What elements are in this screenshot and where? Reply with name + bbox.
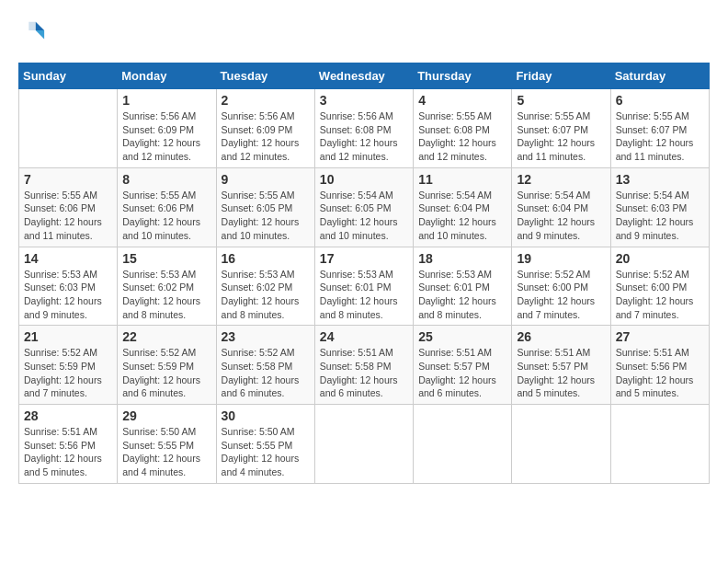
day-info: Sunrise: 5:52 AM Sunset: 5:59 PM Dayligh… xyxy=(24,346,112,400)
day-info: Sunrise: 5:51 AM Sunset: 5:58 PM Dayligh… xyxy=(320,346,408,400)
day-info: Sunrise: 5:52 AM Sunset: 5:59 PM Dayligh… xyxy=(122,346,210,400)
day-number: 21 xyxy=(24,329,112,344)
day-info: Sunrise: 5:51 AM Sunset: 5:57 PM Dayligh… xyxy=(517,346,605,400)
calendar-cell: 29Sunrise: 5:50 AM Sunset: 5:55 PM Dayli… xyxy=(118,405,216,484)
day-number: 29 xyxy=(122,408,210,423)
day-info: Sunrise: 5:51 AM Sunset: 5:56 PM Dayligh… xyxy=(616,346,704,400)
calendar-cell: 20Sunrise: 5:52 AM Sunset: 6:00 PM Dayli… xyxy=(610,247,709,326)
day-number: 5 xyxy=(517,93,605,108)
day-info: Sunrise: 5:55 AM Sunset: 6:08 PM Dayligh… xyxy=(418,109,506,164)
day-info: Sunrise: 5:51 AM Sunset: 5:56 PM Dayligh… xyxy=(24,425,112,479)
calendar-cell: 10Sunrise: 5:54 AM Sunset: 6:05 PM Dayli… xyxy=(314,167,413,247)
svg-marker-1 xyxy=(36,30,44,39)
day-info: Sunrise: 5:53 AM Sunset: 6:01 PM Dayligh… xyxy=(320,268,408,322)
calendar-cell: 25Sunrise: 5:51 AM Sunset: 5:57 PM Dayli… xyxy=(414,326,512,405)
day-info: Sunrise: 5:55 AM Sunset: 6:05 PM Dayligh… xyxy=(222,189,310,243)
day-number: 7 xyxy=(24,172,112,187)
calendar-cell: 22Sunrise: 5:52 AM Sunset: 5:59 PM Dayli… xyxy=(118,326,216,405)
day-info: Sunrise: 5:50 AM Sunset: 5:55 PM Dayligh… xyxy=(122,425,210,479)
day-info: Sunrise: 5:56 AM Sunset: 6:08 PM Dayligh… xyxy=(320,109,408,164)
calendar-cell: 24Sunrise: 5:51 AM Sunset: 5:58 PM Dayli… xyxy=(314,326,413,405)
calendar-cell: 11Sunrise: 5:54 AM Sunset: 6:04 PM Dayli… xyxy=(414,167,512,247)
calendar-cell: 30Sunrise: 5:50 AM Sunset: 5:55 PM Dayli… xyxy=(216,405,314,484)
weekday-header-monday: Monday xyxy=(118,63,216,89)
day-number: 23 xyxy=(222,329,310,344)
day-info: Sunrise: 5:53 AM Sunset: 6:02 PM Dayligh… xyxy=(222,268,310,322)
day-number: 6 xyxy=(616,93,704,108)
day-info: Sunrise: 5:55 AM Sunset: 6:06 PM Dayligh… xyxy=(122,189,210,243)
calendar-cell: 26Sunrise: 5:51 AM Sunset: 5:57 PM Dayli… xyxy=(512,326,610,405)
day-info: Sunrise: 5:53 AM Sunset: 6:03 PM Dayligh… xyxy=(24,268,112,322)
day-number: 28 xyxy=(24,408,112,423)
day-number: 9 xyxy=(222,172,310,187)
day-info: Sunrise: 5:55 AM Sunset: 6:06 PM Dayligh… xyxy=(24,189,112,243)
svg-marker-2 xyxy=(28,22,35,30)
day-number: 18 xyxy=(418,251,506,266)
calendar-cell xyxy=(414,405,512,484)
calendar-cell: 15Sunrise: 5:53 AM Sunset: 6:02 PM Dayli… xyxy=(118,247,216,326)
calendar-cell xyxy=(19,89,118,168)
day-number: 3 xyxy=(320,93,408,108)
day-number: 30 xyxy=(222,408,310,423)
week-row-1: 1Sunrise: 5:56 AM Sunset: 6:09 PM Daylig… xyxy=(19,89,710,168)
calendar-table: SundayMondayTuesdayWednesdayThursdayFrid… xyxy=(18,63,710,484)
day-number: 22 xyxy=(122,329,210,344)
calendar-cell: 17Sunrise: 5:53 AM Sunset: 6:01 PM Dayli… xyxy=(314,247,413,326)
day-number: 27 xyxy=(616,329,704,344)
day-info: Sunrise: 5:54 AM Sunset: 6:03 PM Dayligh… xyxy=(616,189,704,243)
weekday-header-saturday: Saturday xyxy=(610,63,709,89)
calendar-cell: 13Sunrise: 5:54 AM Sunset: 6:03 PM Dayli… xyxy=(610,167,709,247)
calendar-header-row: SundayMondayTuesdayWednesdayThursdayFrid… xyxy=(19,63,710,89)
day-number: 8 xyxy=(122,172,210,187)
day-info: Sunrise: 5:54 AM Sunset: 6:05 PM Dayligh… xyxy=(320,189,408,243)
day-number: 11 xyxy=(418,172,506,187)
day-number: 2 xyxy=(222,93,310,108)
day-number: 20 xyxy=(616,251,704,266)
weekday-header-thursday: Thursday xyxy=(414,63,512,89)
day-number: 25 xyxy=(418,329,506,344)
calendar-cell: 8Sunrise: 5:55 AM Sunset: 6:06 PM Daylig… xyxy=(118,167,216,247)
calendar-cell: 9Sunrise: 5:55 AM Sunset: 6:05 PM Daylig… xyxy=(216,167,314,247)
logo-icon xyxy=(20,18,46,44)
week-row-3: 14Sunrise: 5:53 AM Sunset: 6:03 PM Dayli… xyxy=(19,247,710,326)
weekday-header-tuesday: Tuesday xyxy=(216,63,314,89)
calendar-cell xyxy=(512,405,610,484)
calendar-cell: 16Sunrise: 5:53 AM Sunset: 6:02 PM Dayli… xyxy=(216,247,314,326)
calendar-cell: 7Sunrise: 5:55 AM Sunset: 6:06 PM Daylig… xyxy=(19,167,118,247)
calendar-cell: 3Sunrise: 5:56 AM Sunset: 6:08 PM Daylig… xyxy=(314,89,413,168)
calendar-cell: 2Sunrise: 5:56 AM Sunset: 6:09 PM Daylig… xyxy=(216,89,314,168)
day-info: Sunrise: 5:56 AM Sunset: 6:09 PM Dayligh… xyxy=(222,109,310,164)
page-header xyxy=(18,18,710,48)
calendar-cell: 23Sunrise: 5:52 AM Sunset: 5:58 PM Dayli… xyxy=(216,326,314,405)
calendar-cell: 1Sunrise: 5:56 AM Sunset: 6:09 PM Daylig… xyxy=(118,89,216,168)
day-number: 19 xyxy=(517,251,605,266)
day-number: 12 xyxy=(517,172,605,187)
week-row-5: 28Sunrise: 5:51 AM Sunset: 5:56 PM Dayli… xyxy=(19,405,710,484)
day-info: Sunrise: 5:53 AM Sunset: 6:02 PM Dayligh… xyxy=(122,268,210,322)
weekday-header-wednesday: Wednesday xyxy=(314,63,413,89)
day-number: 10 xyxy=(320,172,408,187)
day-number: 14 xyxy=(24,251,112,266)
calendar-cell: 27Sunrise: 5:51 AM Sunset: 5:56 PM Dayli… xyxy=(610,326,709,405)
weekday-header-friday: Friday xyxy=(512,63,610,89)
day-info: Sunrise: 5:55 AM Sunset: 6:07 PM Dayligh… xyxy=(517,109,605,164)
calendar-cell xyxy=(314,405,413,484)
day-number: 4 xyxy=(418,93,506,108)
calendar-cell: 21Sunrise: 5:52 AM Sunset: 5:59 PM Dayli… xyxy=(19,326,118,405)
calendar-cell: 18Sunrise: 5:53 AM Sunset: 6:01 PM Dayli… xyxy=(414,247,512,326)
day-number: 1 xyxy=(122,93,210,108)
day-info: Sunrise: 5:52 AM Sunset: 6:00 PM Dayligh… xyxy=(517,268,605,322)
day-info: Sunrise: 5:54 AM Sunset: 6:04 PM Dayligh… xyxy=(418,189,506,243)
calendar-cell: 5Sunrise: 5:55 AM Sunset: 6:07 PM Daylig… xyxy=(512,89,610,168)
calendar-cell: 4Sunrise: 5:55 AM Sunset: 6:08 PM Daylig… xyxy=(414,89,512,168)
weekday-header-sunday: Sunday xyxy=(19,63,118,89)
logo xyxy=(18,18,46,48)
day-number: 15 xyxy=(122,251,210,266)
day-number: 16 xyxy=(222,251,310,266)
calendar-cell: 12Sunrise: 5:54 AM Sunset: 6:04 PM Dayli… xyxy=(512,167,610,247)
week-row-4: 21Sunrise: 5:52 AM Sunset: 5:59 PM Dayli… xyxy=(19,326,710,405)
calendar-cell: 28Sunrise: 5:51 AM Sunset: 5:56 PM Dayli… xyxy=(19,405,118,484)
day-info: Sunrise: 5:52 AM Sunset: 5:58 PM Dayligh… xyxy=(222,346,310,400)
day-info: Sunrise: 5:51 AM Sunset: 5:57 PM Dayligh… xyxy=(418,346,506,400)
week-row-2: 7Sunrise: 5:55 AM Sunset: 6:06 PM Daylig… xyxy=(19,167,710,247)
